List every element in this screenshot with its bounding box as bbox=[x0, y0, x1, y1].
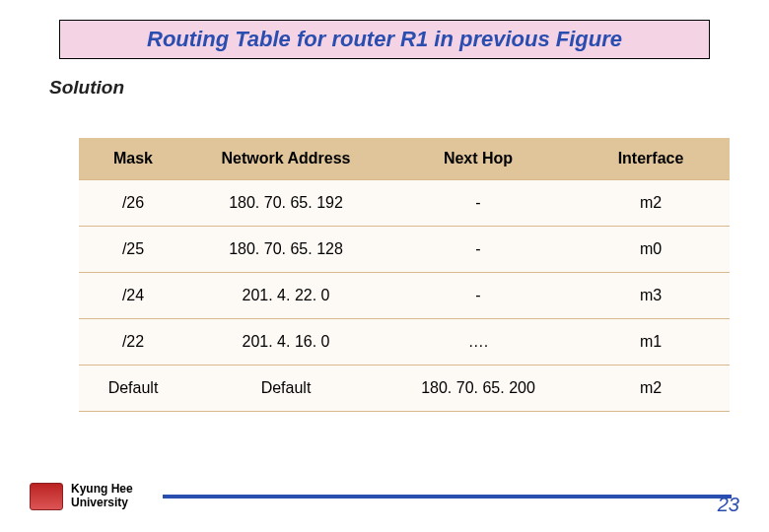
table-row: /24 201. 4. 22. 0 - m3 bbox=[79, 273, 730, 319]
cell-hop: - bbox=[384, 273, 572, 319]
cell-mask: /25 bbox=[79, 227, 187, 273]
table-header-row: Mask Network Address Next Hop Interface bbox=[79, 138, 730, 180]
table-row: /25 180. 70. 65. 128 - m0 bbox=[79, 227, 730, 273]
cell-hop: - bbox=[384, 227, 572, 273]
cell-hop: 180. 70. 65. 200 bbox=[384, 366, 572, 412]
cell-net: 201. 4. 16. 0 bbox=[187, 319, 384, 366]
cell-net: 180. 70. 65. 128 bbox=[187, 227, 384, 273]
header-next-hop: Next Hop bbox=[384, 138, 572, 180]
cell-mask: /26 bbox=[79, 180, 187, 227]
header-interface: Interface bbox=[572, 138, 730, 180]
cell-iface: m3 bbox=[572, 273, 730, 319]
cell-mask: /24 bbox=[79, 273, 187, 319]
header-mask: Mask bbox=[79, 138, 187, 180]
solution-label: Solution bbox=[49, 77, 739, 99]
cell-mask: /22 bbox=[79, 319, 187, 366]
cell-mask: Default bbox=[79, 366, 187, 412]
cell-iface: m0 bbox=[572, 227, 730, 273]
table-row: /26 180. 70. 65. 192 - m2 bbox=[79, 180, 730, 227]
footer-rule bbox=[163, 495, 732, 499]
cell-net: 180. 70. 65. 192 bbox=[187, 180, 384, 227]
header-network-address: Network Address bbox=[187, 138, 384, 180]
university-name: Kyung Hee University bbox=[71, 483, 133, 510]
cell-iface: m1 bbox=[572, 319, 730, 366]
cell-hop: - bbox=[384, 180, 572, 227]
table-row: /22 201. 4. 16. 0 …. m1 bbox=[79, 319, 730, 366]
cell-iface: m2 bbox=[572, 180, 730, 227]
cell-net: 201. 4. 22. 0 bbox=[187, 273, 384, 319]
slide-footer: Kyung Hee University 23 bbox=[30, 483, 739, 510]
cell-net: Default bbox=[187, 366, 384, 412]
title-banner: Routing Table for router R1 in previous … bbox=[59, 20, 710, 59]
cell-iface: m2 bbox=[572, 366, 730, 412]
logo-icon bbox=[30, 483, 63, 510]
university-logo: Kyung Hee University bbox=[30, 483, 133, 510]
uni-line2: University bbox=[71, 497, 133, 510]
routing-table: Mask Network Address Next Hop Interface … bbox=[79, 138, 730, 412]
page-number: 23 bbox=[718, 494, 739, 516]
cell-hop: …. bbox=[384, 319, 572, 366]
table-row: Default Default 180. 70. 65. 200 m2 bbox=[79, 366, 730, 412]
uni-line1: Kyung Hee bbox=[71, 483, 133, 497]
page-title: Routing Table for router R1 in previous … bbox=[80, 27, 689, 52]
